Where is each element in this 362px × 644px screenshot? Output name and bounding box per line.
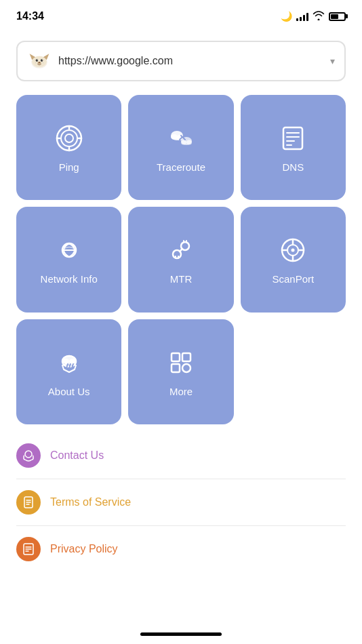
mtr-icon (166, 235, 196, 265)
svg-point-13 (61, 130, 77, 146)
svg-point-6 (37, 60, 37, 60)
svg-point-23 (181, 140, 186, 145)
url-chevron-icon[interactable]: ▾ (330, 56, 335, 66)
svg-rect-25 (283, 127, 302, 149)
svg-point-11 (43, 62, 43, 63)
contact-us-item[interactable]: Contact Us (16, 432, 346, 479)
svg-rect-55 (172, 364, 180, 372)
terms-icon-circle (16, 490, 41, 515)
svg-line-34 (180, 249, 182, 251)
privacy-icon-circle (16, 537, 41, 561)
app-logo (27, 49, 52, 73)
signal-bars-icon (296, 12, 308, 21)
traceroute-button[interactable]: Traceroute (128, 95, 233, 200)
network-info-button[interactable]: Network Info (16, 207, 121, 312)
svg-point-4 (36, 59, 39, 62)
svg-point-57 (25, 451, 32, 458)
headset-icon (22, 449, 35, 462)
home-indicator (140, 632, 222, 636)
tools-grid-row2: Network Info MTR ScanPort (0, 200, 362, 312)
svg-point-5 (41, 59, 43, 62)
svg-point-7 (42, 60, 43, 60)
menu-list: Contact Us Terms of Service Privacy Poli… (0, 424, 362, 572)
privacy-icon (22, 542, 35, 556)
scanport-button[interactable]: ScanPort (241, 207, 346, 312)
tools-grid-row3: About Us More (0, 313, 362, 424)
terms-label: Terms of Service (50, 496, 131, 508)
status-time: 14:34 (16, 10, 44, 22)
mtr-button[interactable]: MTR (128, 207, 233, 312)
about-us-button[interactable]: About Us (16, 319, 121, 424)
more-icon (166, 348, 196, 378)
svg-point-14 (65, 134, 73, 142)
network-info-icon (54, 235, 84, 265)
about-us-label: About Us (48, 386, 90, 397)
svg-point-45 (291, 249, 295, 252)
url-text: https://www.google.com (58, 55, 323, 67)
svg-point-24 (186, 140, 192, 145)
moon-icon: 🌙 (281, 11, 292, 22)
svg-point-9 (39, 62, 41, 63)
wifi-icon (313, 11, 325, 22)
ping-button[interactable]: Ping (16, 95, 121, 200)
about-us-icon (54, 348, 84, 378)
svg-point-56 (182, 364, 190, 372)
network-info-label: Network Info (41, 273, 98, 285)
ping-icon (54, 123, 84, 153)
url-bar[interactable]: https://www.google.com ▾ (16, 41, 346, 81)
traceroute-label: Traceroute (157, 161, 205, 173)
traceroute-icon (166, 123, 196, 153)
battery-icon (329, 12, 346, 21)
svg-point-48 (62, 359, 69, 364)
dns-icon (278, 123, 308, 153)
svg-point-49 (69, 359, 76, 364)
scanport-icon (278, 235, 308, 265)
svg-rect-54 (182, 353, 190, 361)
more-button[interactable]: More (128, 319, 233, 424)
svg-rect-53 (172, 353, 180, 361)
svg-point-10 (35, 62, 36, 63)
contact-us-label: Contact Us (50, 449, 104, 462)
url-bar-container: https://www.google.com ▾ (0, 30, 362, 81)
more-label: More (169, 386, 193, 397)
scanport-label: ScanPort (272, 273, 314, 285)
dns-button[interactable]: DNS (241, 95, 346, 200)
terms-of-service-item[interactable]: Terms of Service (16, 479, 346, 526)
ping-label: Ping (59, 161, 79, 173)
contact-us-icon-circle (16, 443, 41, 468)
status-bar: 14:34 🌙 (0, 0, 362, 30)
status-icons: 🌙 (281, 11, 346, 22)
terms-icon (22, 496, 35, 509)
tools-grid-row1: Ping Traceroute DNS (0, 81, 362, 200)
mtr-label: MTR (170, 273, 193, 285)
privacy-policy-item[interactable]: Privacy Policy (16, 526, 346, 572)
dns-label: DNS (282, 161, 304, 173)
privacy-label: Privacy Policy (50, 543, 118, 555)
